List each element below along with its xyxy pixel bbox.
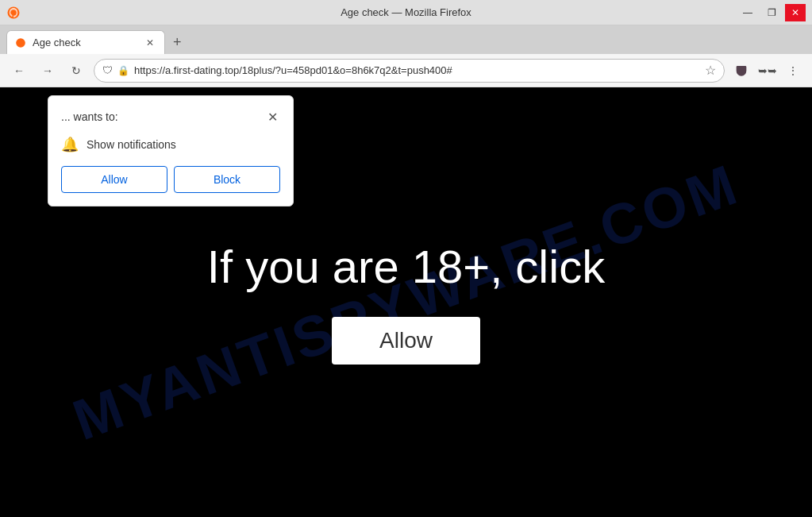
tab-favicon-icon <box>15 37 26 48</box>
pocket-icon <box>736 64 749 77</box>
toolbar: ← → ↻ 🛡 🔒 ☆ ➥➥ ⋮ <box>0 54 812 87</box>
tab-bar: Age check ✕ + <box>0 25 812 54</box>
restore-button[interactable]: ❐ <box>761 4 782 21</box>
notification-row: 🔔 Show notifications <box>61 136 280 153</box>
popup-title: ... wants to: <box>61 110 118 123</box>
title-bar: Age check — Mozilla Firefox — ❐ ✕ <box>0 0 812 25</box>
extensions-button[interactable]: ➥➥ <box>756 60 779 82</box>
popup-block-button[interactable]: Block <box>174 166 280 193</box>
forward-button[interactable]: → <box>37 60 59 82</box>
popup-allow-button[interactable]: Allow <box>61 166 167 193</box>
age-allow-button[interactable]: Allow <box>332 317 480 365</box>
page-content: If you are 18+, click Allow <box>207 240 605 365</box>
bell-icon: 🔔 <box>61 136 79 153</box>
address-bar-container: 🛡 🔒 ☆ <box>94 59 725 83</box>
title-bar-left <box>6 6 21 20</box>
popup-close-button[interactable]: ✕ <box>264 109 280 125</box>
lock-icon: 🔒 <box>117 65 129 76</box>
popup-header: ... wants to: ✕ <box>61 109 280 125</box>
notification-label: Show notifications <box>87 138 176 151</box>
active-tab[interactable]: Age check ✕ <box>6 30 165 54</box>
pocket-button[interactable] <box>731 60 753 82</box>
age-heading: If you are 18+, click <box>207 240 605 293</box>
close-button[interactable]: ✕ <box>785 4 806 21</box>
firefox-logo-icon <box>6 6 21 20</box>
title-bar-controls: — ❐ ✕ <box>737 4 806 21</box>
browser-content: MYANTISPYWARE.COM If you are 18+, click … <box>0 87 812 517</box>
toolbar-right: ➥➥ ⋮ <box>731 60 804 82</box>
reload-button[interactable]: ↻ <box>65 60 87 82</box>
notification-popup: ... wants to: ✕ 🔔 Show notifications All… <box>48 95 294 206</box>
new-tab-button[interactable]: + <box>168 33 187 52</box>
back-button[interactable]: ← <box>8 60 30 82</box>
svg-point-1 <box>16 38 25 48</box>
shield-icon: 🛡 <box>102 64 113 76</box>
tab-close-button[interactable]: ✕ <box>144 37 156 49</box>
bookmark-button[interactable]: ☆ <box>705 63 716 78</box>
menu-button[interactable]: ⋮ <box>782 60 804 82</box>
popup-buttons: Allow Block <box>61 166 280 193</box>
minimize-button[interactable]: — <box>737 4 758 21</box>
tab-label: Age check <box>33 37 81 48</box>
window-title: Age check — Mozilla Firefox <box>341 6 471 18</box>
address-bar[interactable] <box>134 64 700 76</box>
